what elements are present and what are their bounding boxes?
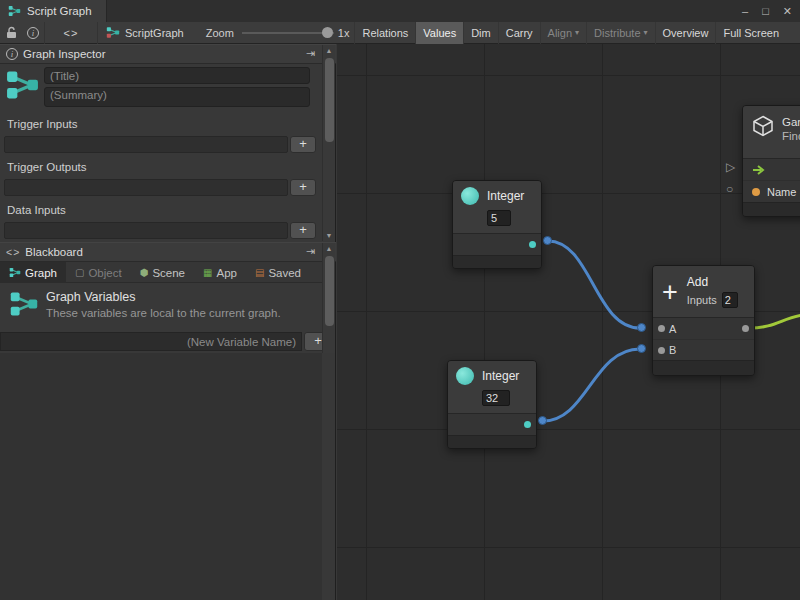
values-button[interactable]: Values xyxy=(415,22,463,44)
integer-node-title: Integer xyxy=(487,189,524,203)
trigger-inputs-list xyxy=(4,136,288,153)
scroll-up-icon[interactable]: ▲ xyxy=(323,45,335,56)
title-field[interactable] xyxy=(44,67,310,84)
graph-toolbar: i <> ScriptGraph Zoom 1x Relations Value… xyxy=(0,22,800,44)
wire-integer5-to-add-a[interactable] xyxy=(548,241,640,328)
find-flow-row xyxy=(743,158,800,180)
find-node[interactable]: Game Find Name xyxy=(742,105,800,217)
blackboard-scrollbar-thumb[interactable] xyxy=(325,256,334,326)
carry-button[interactable]: Carry xyxy=(498,22,540,44)
align-dropdown[interactable]: Align ▾ xyxy=(540,22,586,44)
integer-node-32[interactable]: Integer xyxy=(447,360,537,449)
code-view-button[interactable]: <> xyxy=(44,22,98,44)
integer-node-32-ports xyxy=(448,413,536,435)
name-input-port[interactable] xyxy=(752,188,760,196)
add-trigger-input-button[interactable]: + xyxy=(290,136,316,153)
add-trigger-output-button[interactable]: + xyxy=(290,179,316,196)
add-node[interactable]: + Add Inputs A B xyxy=(652,265,755,376)
blackboard-title: Blackboard xyxy=(25,246,83,258)
zoom-slider-track[interactable] xyxy=(242,32,334,34)
data-inputs-label: Data Inputs xyxy=(7,204,66,216)
add-input-b-port[interactable] xyxy=(658,347,665,354)
game-object-cube-icon xyxy=(751,114,775,138)
tab-graph[interactable]: Graph xyxy=(0,262,66,283)
graph-tab-icon xyxy=(9,267,21,278)
window-controls: – □ ✕ xyxy=(742,0,792,22)
minimize-icon[interactable]: – xyxy=(742,5,748,17)
lock-icon[interactable] xyxy=(0,22,22,44)
zoom-slider-knob[interactable] xyxy=(322,27,333,38)
fullscreen-button[interactable]: Full Screen xyxy=(715,22,786,44)
trigger-outputs-label: Trigger Outputs xyxy=(7,161,86,173)
graph-inspector-header: i Graph Inspector ⇥ xyxy=(0,44,336,64)
find-node-footer xyxy=(743,202,800,216)
connection-dot-integer5[interactable] xyxy=(543,236,552,245)
integer-value-input[interactable] xyxy=(487,210,511,226)
value-port-icon[interactable]: ○ xyxy=(726,183,733,195)
new-variable-input[interactable] xyxy=(0,332,302,351)
add-input-a-port[interactable] xyxy=(658,325,665,332)
add-inputs-count-input[interactable] xyxy=(722,292,738,308)
integer-node-5-header[interactable]: Integer xyxy=(453,181,541,233)
integer-node-5-footer xyxy=(453,255,541,268)
graph-icon xyxy=(106,26,120,39)
integer-output-port[interactable] xyxy=(524,421,531,428)
integer-node-32-header[interactable]: Integer xyxy=(448,361,536,413)
graph-variables-icon xyxy=(9,290,39,318)
tab-script-graph[interactable]: Script Graph xyxy=(0,0,107,22)
add-output-port[interactable] xyxy=(742,325,749,332)
tab-scene[interactable]: ⬢ Scene xyxy=(131,262,194,283)
graph-canvas[interactable]: Integer Integer + Add xyxy=(337,44,800,600)
flow-arrow-icon[interactable] xyxy=(752,165,767,175)
scroll-down-icon[interactable]: ▼ xyxy=(323,230,335,241)
find-node-header[interactable]: Game Find xyxy=(743,106,800,158)
overview-button[interactable]: Overview xyxy=(655,22,716,44)
wire-integer32-to-add-b[interactable] xyxy=(543,349,640,421)
blackboard-scrollbar[interactable]: ▲ xyxy=(322,243,335,353)
integer-type-icon xyxy=(461,187,479,205)
integer-node-title: Integer xyxy=(482,369,519,383)
dock-icon[interactable]: ⇥ xyxy=(306,245,315,258)
script-graph-icon xyxy=(8,5,21,17)
wire-add-output[interactable] xyxy=(750,315,800,328)
inspector-scrollbar[interactable]: ▲ ▼ xyxy=(322,45,335,241)
scene-icon: ⬢ xyxy=(140,267,149,278)
tab-title: Script Graph xyxy=(27,5,92,17)
integer-output-port[interactable] xyxy=(529,241,536,248)
find-name-label: Name xyxy=(767,186,796,198)
integer-type-icon xyxy=(456,367,474,385)
tab-app[interactable]: ▦ App xyxy=(194,262,246,283)
blackboard-icon: <> xyxy=(6,246,20,258)
trigger-outputs-list xyxy=(4,179,288,196)
scroll-up-icon[interactable]: ▲ xyxy=(323,243,335,254)
zoom-value: 1x xyxy=(338,27,350,39)
summary-field[interactable] xyxy=(44,87,310,107)
chevron-down-icon: ▾ xyxy=(644,28,648,37)
relations-button[interactable]: Relations xyxy=(354,22,415,44)
add-icon: + xyxy=(662,279,678,305)
integer-node-5[interactable]: Integer xyxy=(452,180,542,269)
inspector-scrollbar-thumb[interactable] xyxy=(325,58,334,142)
connection-dot-integer32[interactable] xyxy=(538,416,547,425)
maximize-icon[interactable]: □ xyxy=(762,5,769,17)
connection-dot-add-a[interactable] xyxy=(637,323,646,332)
graph-name-label[interactable]: ScriptGraph xyxy=(98,26,192,39)
distribute-dropdown[interactable]: Distribute ▾ xyxy=(586,22,654,44)
dock-icon[interactable]: ⇥ xyxy=(306,47,315,60)
tab-saved[interactable]: ▤ Saved xyxy=(246,262,310,283)
info-icon[interactable]: i xyxy=(22,22,44,44)
tab-object[interactable]: ▢ Object xyxy=(66,262,131,283)
connection-dot-add-b[interactable] xyxy=(637,344,646,353)
zoom-slider[interactable] xyxy=(242,22,334,44)
add-port-row-a: A xyxy=(653,318,754,339)
add-node-footer xyxy=(653,360,754,375)
titlebar: Script Graph – □ ✕ xyxy=(0,0,800,22)
app-icon: ▦ xyxy=(203,267,212,278)
add-input-b-label: B xyxy=(669,344,676,356)
add-data-input-button[interactable]: + xyxy=(290,222,316,239)
dim-button[interactable]: Dim xyxy=(463,22,498,44)
flow-port-icon[interactable]: ▷ xyxy=(726,161,735,173)
close-icon[interactable]: ✕ xyxy=(783,5,792,18)
integer-value-input[interactable] xyxy=(482,390,510,406)
add-node-header[interactable]: + Add Inputs xyxy=(653,266,754,317)
